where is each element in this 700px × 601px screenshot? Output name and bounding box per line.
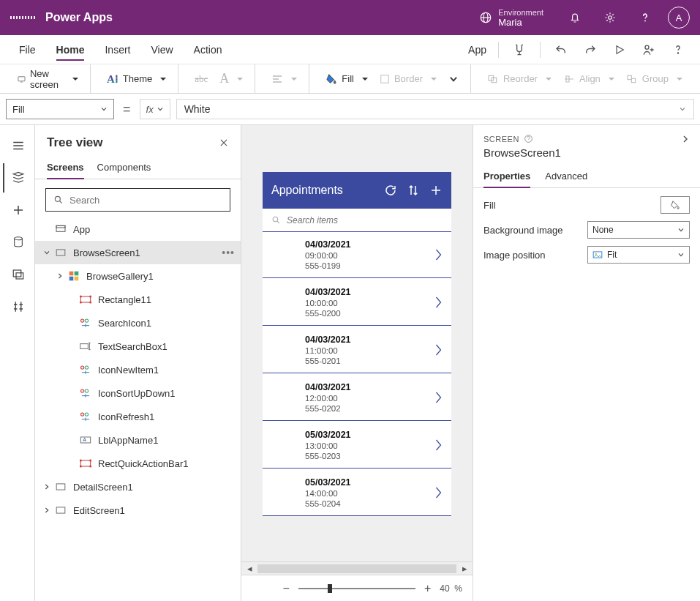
menu-file[interactable]: File	[9, 35, 46, 64]
prop-tab-advanced[interactable]: Advanced	[545, 166, 587, 187]
fill-button[interactable]: Fill	[321, 70, 372, 88]
tree-node-searchicon[interactable]: SearchIcon1	[35, 311, 241, 335]
prop-tab-properties[interactable]: Properties	[483, 166, 530, 187]
zoom-in-button[interactable]: +	[424, 582, 431, 595]
app-checker-icon[interactable]	[506, 37, 532, 63]
menu-action[interactable]: Action	[184, 35, 233, 64]
add-icon[interactable]	[429, 184, 443, 197]
property-selector[interactable]: Fill	[6, 99, 114, 119]
zoom-slider[interactable]	[298, 588, 415, 589]
chevron-right-icon[interactable]	[681, 135, 690, 143]
undo-button[interactable]	[548, 37, 574, 63]
prop-bgimage-value[interactable]: None	[587, 221, 690, 239]
scroll-left-icon[interactable]: ◂	[244, 564, 255, 574]
gallery-item[interactable]: 04/03/202109:00:00555-0199	[263, 232, 451, 278]
close-icon[interactable]	[219, 138, 229, 148]
horizontal-scrollbar[interactable]: ◂ ▸	[241, 561, 473, 575]
tree-node-rectangle[interactable]: Rectangle11	[35, 288, 241, 311]
tree-node-editscreen[interactable]: EditScreen1	[35, 499, 241, 522]
info-icon[interactable]	[524, 134, 533, 143]
tree-node-iconnewitem[interactable]: IconNewItem1	[35, 358, 241, 381]
help-icon[interactable]	[633, 5, 658, 30]
refresh-icon[interactable]	[384, 184, 397, 197]
user-avatar[interactable]: A	[668, 7, 690, 29]
app-launcher-icon[interactable]	[10, 5, 35, 30]
app-preview[interactable]: Appointments 04/03/202109:00:00555-01990…	[263, 172, 451, 516]
chevron-right-icon[interactable]	[434, 486, 443, 499]
tree-search[interactable]	[45, 188, 230, 212]
label-icon	[79, 433, 92, 447]
formula-input[interactable]: White	[176, 99, 694, 119]
screen-icon	[18, 74, 26, 84]
prop-fill-value[interactable]	[661, 196, 690, 214]
tree-tab-screens[interactable]: Screens	[47, 157, 84, 179]
menu-home[interactable]: Home	[46, 35, 95, 64]
tree-node-browsescreen[interactable]: BrowseScreen1 •••	[35, 241, 241, 264]
scroll-right-icon[interactable]: ▸	[459, 564, 470, 574]
redo-button[interactable]	[577, 37, 603, 63]
zoom-out-button[interactable]: −	[283, 582, 290, 595]
align-button: Align	[559, 70, 619, 87]
chevron-down-icon[interactable]	[41, 247, 53, 258]
fx-button[interactable]: fx	[140, 99, 170, 119]
app-dropdown[interactable]: App	[464, 44, 491, 56]
more-icon[interactable]: •••	[222, 247, 235, 258]
tree-node-iconrefresh[interactable]: IconRefresh1	[35, 405, 241, 428]
scroll-thumb[interactable]	[257, 564, 456, 573]
svg-point-35	[80, 413, 83, 416]
chevron-right-icon[interactable]	[434, 248, 443, 261]
theme-button[interactable]: A⁞ Theme	[102, 70, 170, 89]
svg-rect-19	[69, 272, 74, 276]
gallery-item[interactable]: 04/03/202110:00:00555-0200	[263, 278, 451, 326]
tree-node-app[interactable]: App	[35, 217, 241, 241]
new-screen-button[interactable]: New screen	[13, 65, 83, 93]
tree-view-panel: Tree view Screens Components App BrowseS…	[35, 125, 241, 601]
rail-hamburger[interactable]	[3, 131, 32, 160]
svg-point-5	[677, 52, 678, 53]
preview-button[interactable]	[606, 37, 633, 63]
chevron-right-icon[interactable]	[54, 270, 66, 282]
help-button[interactable]	[665, 37, 691, 63]
tree-node-browsegallery[interactable]: BrowseGallery1	[35, 264, 241, 288]
border-button: Border	[375, 70, 441, 87]
chevron-right-icon[interactable]	[434, 296, 443, 309]
tree-node-lblappname[interactable]: LblAppName1	[35, 428, 241, 452]
gallery-item[interactable]: 04/03/202111:00:00555-0201	[263, 326, 451, 373]
gallery-item[interactable]: 05/03/202113:00:00555-0203	[263, 421, 451, 469]
chevron-right-icon[interactable]	[434, 391, 443, 404]
gallery-item[interactable]: 04/03/202112:00:00555-0202	[263, 373, 451, 421]
chevron-right-icon[interactable]	[41, 481, 53, 493]
tree-node-iconsort[interactable]: IconSortUpDown1	[35, 381, 241, 405]
share-button[interactable]	[636, 37, 662, 63]
settings-icon[interactable]	[598, 5, 622, 30]
prop-fill-label: Fill	[483, 200, 496, 211]
chevron-right-icon[interactable]	[41, 504, 53, 516]
tree-node-rectquick[interactable]: RectQuickActionBar1	[35, 452, 241, 475]
rail-tree-view[interactable]	[3, 163, 32, 193]
chevron-right-icon[interactable]	[434, 438, 443, 452]
rail-data[interactable]	[3, 228, 32, 257]
notifications-icon[interactable]	[562, 5, 587, 30]
reorder-button: Reorder	[483, 70, 556, 87]
chevron-right-icon[interactable]	[434, 343, 443, 357]
rail-media[interactable]	[3, 260, 32, 289]
tree-node-detailscreen[interactable]: DetailScreen1	[35, 475, 241, 499]
screen-type-label: SCREEN	[483, 135, 519, 143]
environment-picker[interactable]: Environment Maria	[470, 5, 552, 31]
tree-search-input[interactable]	[69, 195, 222, 206]
app-search-input[interactable]	[287, 215, 443, 225]
menu-view[interactable]: View	[140, 35, 183, 64]
screen-icon	[54, 246, 67, 259]
tree-tab-components[interactable]: Components	[97, 157, 151, 179]
gallery-item[interactable]: 05/03/202114:00:00555-0204	[263, 469, 451, 516]
sort-icon[interactable]	[407, 184, 419, 197]
rail-advanced-tools[interactable]	[3, 292, 32, 321]
item-time: 09:00:00	[305, 251, 351, 260]
ribbon-expand-button[interactable]	[444, 71, 463, 87]
svg-point-27	[90, 302, 91, 303]
menu-insert[interactable]: Insert	[94, 35, 140, 64]
svg-point-36	[85, 413, 88, 416]
tree-node-textsearchbox[interactable]: TextSearchBox1	[35, 335, 241, 358]
prop-imgpos-value[interactable]: Fit	[587, 246, 690, 264]
rail-insert[interactable]	[3, 195, 32, 225]
